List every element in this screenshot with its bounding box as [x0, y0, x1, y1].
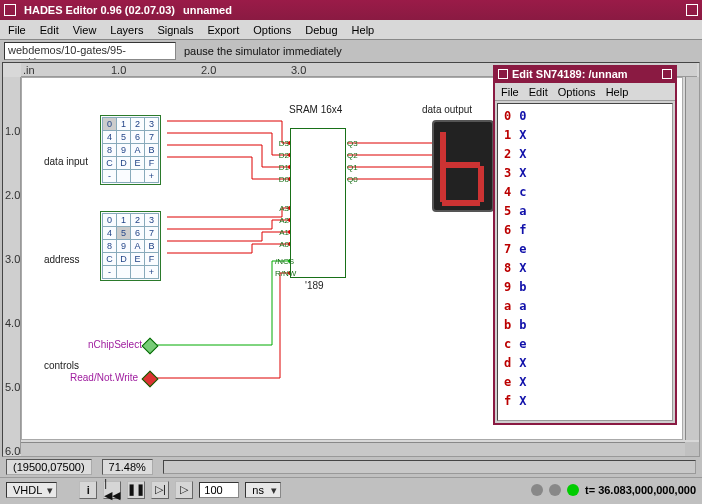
scroll-corner	[685, 442, 699, 456]
hexpad-key[interactable]	[117, 266, 131, 279]
hexpad-key[interactable]: 7	[145, 227, 159, 240]
hexpad-key[interactable]: 4	[103, 227, 117, 240]
hexpad-key[interactable]: 3	[145, 214, 159, 227]
hexpad-key[interactable]: 8	[103, 240, 117, 253]
hexpad-key[interactable]: B	[145, 144, 159, 157]
menu-edit[interactable]: Edit	[40, 24, 59, 36]
hexpad-key[interactable]: F	[145, 253, 159, 266]
hexpad-key[interactable]	[117, 170, 131, 183]
memory-row[interactable]: ce	[500, 334, 530, 353]
hexpad-key[interactable]: D	[117, 157, 131, 170]
titlebar: HADES Editor 0.96 (02.07.03) unnamed	[0, 0, 702, 20]
menu-export[interactable]: Export	[207, 24, 239, 36]
hexpad-key[interactable]: +	[145, 266, 159, 279]
canvas-area: .in 1.0 2.0 3.0 1.0 2.0 3.0 4.0 5.0 6.0	[2, 62, 700, 457]
memory-row[interactable]: 3X	[500, 163, 530, 182]
label-controls: controls	[44, 360, 79, 371]
hexpad-key[interactable]: A	[131, 240, 145, 253]
hexpad-data-input[interactable]: 0123456789ABCDEF-+	[100, 115, 161, 185]
memory-row[interactable]: 00	[500, 106, 530, 125]
hexpad-key[interactable]: -	[103, 170, 117, 183]
hexpad-key[interactable]: 7	[145, 131, 159, 144]
hexpad-key[interactable]: 0	[103, 214, 117, 227]
memory-row[interactable]: 8X	[500, 258, 530, 277]
hexpad-key[interactable]	[131, 266, 145, 279]
hexpad-address[interactable]: 0123456789ABCDEF-+	[100, 211, 161, 281]
hexpad-key[interactable]: F	[145, 157, 159, 170]
menu-file[interactable]: File	[8, 24, 26, 36]
memory-editor-titlebar[interactable]: Edit SN74189: /unnam	[495, 65, 675, 83]
sub-sys-menu-icon[interactable]	[498, 69, 508, 79]
sys-menu-icon[interactable]	[4, 4, 16, 16]
hexpad-key[interactable]: D	[117, 253, 131, 266]
hexpad-key[interactable]: A	[131, 144, 145, 157]
maximize-icon[interactable]	[686, 4, 698, 16]
hexpad-key[interactable]: -	[103, 266, 117, 279]
hexpad-key[interactable]: E	[131, 157, 145, 170]
menu-help[interactable]: Help	[352, 24, 375, 36]
hexpad-key[interactable]: 9	[117, 240, 131, 253]
memory-row[interactable]: 7e	[500, 239, 530, 258]
info-button[interactable]: i	[79, 481, 97, 499]
scrollbar-vertical[interactable]	[685, 77, 699, 440]
hexpad-key[interactable]: 4	[103, 131, 117, 144]
memory-row[interactable]: dX	[500, 353, 530, 372]
scrollbar-horizontal[interactable]	[21, 442, 685, 456]
step-unit-select[interactable]: ns	[245, 482, 281, 498]
status-dot-grey	[531, 484, 543, 496]
memory-row[interactable]: 5a	[500, 201, 530, 220]
menu-options[interactable]: Options	[253, 24, 291, 36]
memory-row[interactable]: 2X	[500, 144, 530, 163]
hexpad-key[interactable]: 8	[103, 144, 117, 157]
menu-debug[interactable]: Debug	[305, 24, 337, 36]
step-value-input[interactable]: 100	[199, 482, 239, 498]
ruler-vertical: 1.0 2.0 3.0 4.0 5.0 6.0	[3, 77, 21, 454]
switch-rw[interactable]	[142, 371, 159, 388]
hexpad-key[interactable]: 2	[131, 214, 145, 227]
sub-max-icon[interactable]	[662, 69, 672, 79]
memory-table[interactable]: 001X2X3X4c5a6f7e8X9baabbcedXeXfX	[497, 103, 673, 421]
pause-button[interactable]: ❚❚	[127, 481, 145, 499]
hexpad-key[interactable]: E	[131, 253, 145, 266]
memory-row[interactable]: 9b	[500, 277, 530, 296]
design-path-input[interactable]: webdemos/10-gates/95-ram/demo-	[4, 42, 176, 60]
menu-layers[interactable]: Layers	[110, 24, 143, 36]
switch-ncs[interactable]	[142, 338, 159, 355]
sub-menu-options[interactable]: Options	[558, 86, 596, 98]
hexpad-key[interactable]: 6	[131, 131, 145, 144]
step-button[interactable]: ▷|	[151, 481, 169, 499]
hexpad-key[interactable]: 6	[131, 227, 145, 240]
hexpad-key[interactable]: 9	[117, 144, 131, 157]
memory-row[interactable]: 1X	[500, 125, 530, 144]
label-rw: Read/Not.Write	[70, 372, 138, 383]
sram-chip[interactable]: D3 D2 D1 D0 A3 A2 A1 A0 /NCS R/NW Q3 Q2 …	[290, 128, 346, 278]
hexpad-key[interactable]: 1	[117, 214, 131, 227]
hexpad-key[interactable]: C	[103, 253, 117, 266]
sub-menu-file[interactable]: File	[501, 86, 519, 98]
hexpad-key[interactable]: 1	[117, 118, 131, 131]
sub-menu-help[interactable]: Help	[606, 86, 629, 98]
play-button[interactable]: ▷	[175, 481, 193, 499]
hexpad-key[interactable]: +	[145, 170, 159, 183]
menu-view[interactable]: View	[73, 24, 97, 36]
memory-row[interactable]: fX	[500, 391, 530, 410]
memory-row[interactable]: 6f	[500, 220, 530, 239]
memory-row[interactable]: eX	[500, 372, 530, 391]
hexpad-key[interactable]: C	[103, 157, 117, 170]
hexpad-key[interactable]: 3	[145, 118, 159, 131]
format-select[interactable]: VHDL	[6, 482, 57, 498]
hexpad-key[interactable]: 2	[131, 118, 145, 131]
sub-menu-edit[interactable]: Edit	[529, 86, 548, 98]
hexpad-key[interactable]	[131, 170, 145, 183]
memory-row[interactable]: bb	[500, 315, 530, 334]
rewind-button[interactable]: |◀◀	[103, 481, 121, 499]
memory-row[interactable]: 4c	[500, 182, 530, 201]
hexpad-key[interactable]: 5	[117, 227, 131, 240]
overview-scrollbar[interactable]	[163, 460, 696, 474]
hexpad-key[interactable]: 5	[117, 131, 131, 144]
hexpad-key[interactable]: 0	[103, 118, 117, 131]
design-path-row: webdemos/10-gates/95-ram/demo- pause the…	[0, 40, 702, 62]
memory-row[interactable]: aa	[500, 296, 530, 315]
menu-signals[interactable]: Signals	[157, 24, 193, 36]
hexpad-key[interactable]: B	[145, 240, 159, 253]
